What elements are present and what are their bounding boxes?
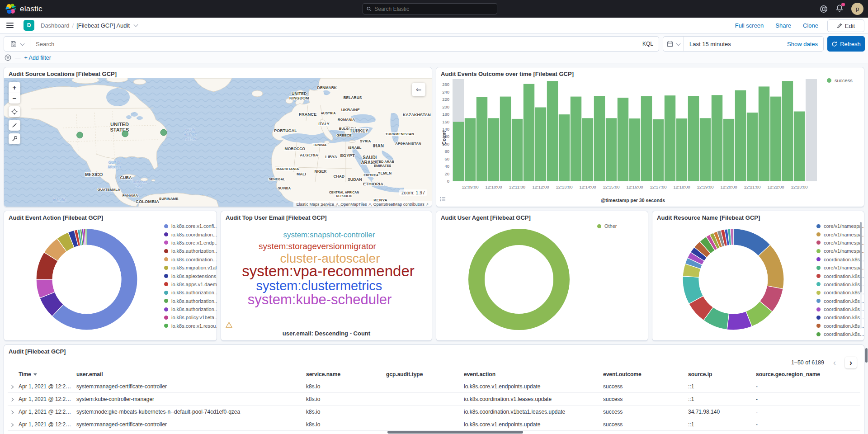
- donut-chart-event-action[interactable]: [35, 227, 139, 331]
- legend-item[interactable]: io.k8s.coordination....: [164, 255, 215, 264]
- bar[interactable]: [465, 118, 476, 181]
- legend-label-success[interactable]: success: [835, 78, 853, 83]
- warning-icon[interactable]: [226, 321, 232, 330]
- legend-item[interactable]: coordination.k8s....: [816, 330, 864, 338]
- legend-item[interactable]: core/v1/namespa...: [816, 222, 864, 230]
- zoom-out-button[interactable]: −: [9, 93, 20, 104]
- save-query-button[interactable]: [4, 37, 30, 51]
- bar[interactable]: [759, 86, 769, 181]
- search-input[interactable]: [30, 41, 642, 47]
- add-filter-button[interactable]: + Add filter: [24, 55, 51, 61]
- bar[interactable]: [571, 97, 581, 181]
- menu-icon[interactable]: [6, 23, 14, 28]
- map-data-point[interactable]: [76, 132, 83, 138]
- column-header[interactable]: gcp.audit.type: [386, 371, 464, 377]
- column-header[interactable]: event.action: [464, 371, 603, 377]
- legend-item[interactable]: io.k8s.migration.v1al...: [164, 264, 215, 272]
- attribution-link[interactable]: OpenStreetMap contributors ↗: [373, 202, 429, 207]
- avatar[interactable]: p: [851, 3, 863, 15]
- legend-item[interactable]: core/v1/namespa...: [816, 247, 864, 255]
- edit-button[interactable]: Edit: [827, 19, 864, 32]
- legend-item[interactable]: io.k8s.apps.v1.daem...: [164, 280, 215, 288]
- bar-chart[interactable]: 02040608010012014016018020022024026012:0…: [436, 67, 830, 201]
- tag-cloud-word[interactable]: system:vpa-recommender: [242, 263, 414, 280]
- bar[interactable]: [770, 97, 781, 181]
- bar[interactable]: [512, 119, 523, 181]
- bar[interactable]: [723, 119, 734, 181]
- legend-item[interactable]: io.k8s.coordination....: [164, 230, 215, 238]
- bar[interactable]: [676, 118, 687, 181]
- calendar-button[interactable]: [663, 37, 684, 51]
- legend-item[interactable]: io.k8s.core.v1.confi...: [164, 222, 215, 230]
- bar[interactable]: [688, 96, 699, 181]
- expand-row-icon[interactable]: [10, 423, 14, 426]
- legend-options-icon[interactable]: ⋮: [862, 77, 864, 84]
- donut-segment[interactable]: [85, 229, 87, 245]
- legend-toggle-icon[interactable]: [440, 196, 446, 204]
- legend-item[interactable]: core/v1/namespa...: [816, 264, 864, 272]
- attribution-link[interactable]: OpenMapTiles ↗: [340, 202, 371, 207]
- bar[interactable]: [488, 118, 499, 181]
- legend-item[interactable]: io.k8s.apiextensions....: [164, 272, 215, 280]
- previous-page-button[interactable]: ‹: [829, 357, 840, 368]
- legend-item[interactable]: coordination.k8s....: [816, 255, 864, 264]
- bar[interactable]: [794, 112, 805, 182]
- bar[interactable]: [782, 81, 793, 181]
- legend-item[interactable]: core/v1/namespa...: [816, 239, 864, 247]
- bar[interactable]: [606, 118, 617, 181]
- query-language-toggle[interactable]: KQL: [642, 41, 659, 47]
- bar[interactable]: [535, 108, 546, 182]
- expand-row-icon[interactable]: [10, 410, 14, 414]
- column-header[interactable]: event.outcome: [603, 371, 688, 377]
- bar[interactable]: [665, 95, 675, 181]
- tag-cloud-word[interactable]: system:snapshot-controller: [283, 231, 375, 240]
- bar[interactable]: [747, 113, 758, 181]
- zoom-in-button[interactable]: +: [9, 82, 20, 93]
- legend-item[interactable]: coordination.k8s....: [816, 272, 864, 280]
- legend-item[interactable]: io.k8s.authorization....: [164, 297, 215, 305]
- column-header[interactable]: Time: [19, 371, 76, 377]
- legend-item[interactable]: coordination.k8s....: [816, 297, 864, 305]
- bar[interactable]: [712, 95, 722, 181]
- bar[interactable]: [559, 114, 570, 181]
- vertical-scrollbar[interactable]: [865, 348, 868, 363]
- column-header[interactable]: source.geo.region_name: [756, 371, 860, 377]
- full-screen-button[interactable]: Full screen: [735, 22, 764, 29]
- time-range-value[interactable]: Last 15 minutes: [684, 41, 787, 47]
- legend-item[interactable]: coordination.k8s....: [816, 313, 864, 321]
- legend-item[interactable]: coordination.k8s....: [816, 288, 864, 297]
- bar[interactable]: [500, 97, 511, 181]
- bar[interactable]: [524, 84, 534, 181]
- map-data-point[interactable]: [160, 129, 167, 136]
- elastic-brand[interactable]: elastic: [5, 4, 42, 14]
- legend-item[interactable]: io.k8s.policy.v1beta....: [164, 313, 215, 321]
- chevron-down-icon[interactable]: [134, 22, 138, 27]
- legend-item[interactable]: Other: [597, 222, 648, 230]
- share-button[interactable]: Share: [775, 22, 791, 29]
- global-search[interactable]: [363, 3, 497, 14]
- bar[interactable]: [618, 98, 628, 181]
- help-icon[interactable]: [820, 5, 828, 13]
- tag-cloud-word[interactable]: system:storageversionmigrator: [259, 241, 376, 251]
- legend-item[interactable]: io.k8s.authorization....: [164, 247, 215, 255]
- next-page-button[interactable]: ›: [845, 357, 857, 368]
- column-header[interactable]: service.name: [306, 371, 386, 377]
- bar[interactable]: [547, 81, 558, 181]
- legend-item[interactable]: coordination.k8s....: [816, 280, 864, 288]
- legend-item[interactable]: io.k8s.authorization....: [164, 288, 215, 297]
- map-fit-button[interactable]: [9, 106, 20, 117]
- global-search-input[interactable]: [374, 6, 493, 12]
- bar[interactable]: [735, 90, 746, 181]
- bar[interactable]: [582, 118, 593, 181]
- legend-item[interactable]: core/v1/namespa...: [816, 230, 864, 238]
- map-legend-toggle[interactable]: ⇐: [412, 83, 425, 96]
- legend-item[interactable]: io.k8s.authorization....: [164, 305, 215, 313]
- attribution-link[interactable]: Elastic Maps Service ↗: [297, 202, 339, 207]
- map-canvas[interactable]: UNITEDSTATESMEXICOCUBAGUATEMALAPANAMACOL…: [4, 78, 432, 207]
- bar[interactable]: [594, 96, 605, 181]
- donut-chart-resource-name[interactable]: [681, 227, 785, 331]
- show-dates-button[interactable]: Show dates: [787, 41, 823, 47]
- notifications[interactable]: [835, 4, 844, 14]
- donut-segment[interactable]: [476, 237, 561, 322]
- bar[interactable]: [641, 96, 652, 181]
